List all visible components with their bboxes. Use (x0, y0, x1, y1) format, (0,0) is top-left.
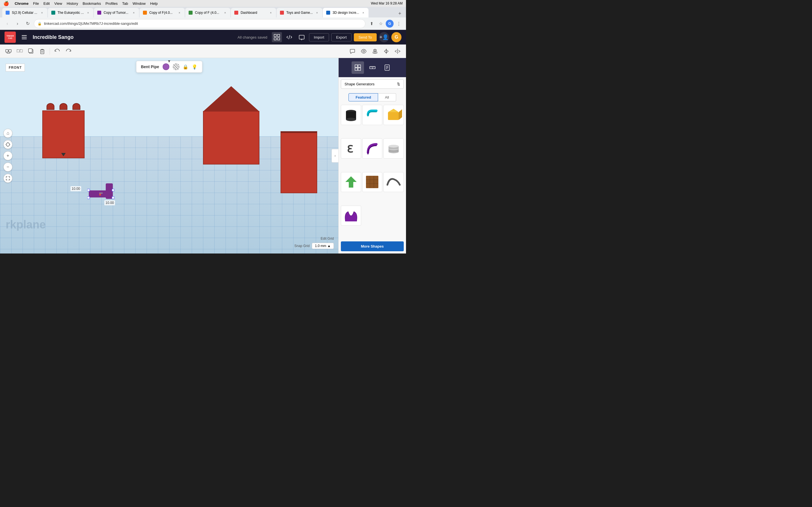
lego-stud-1 (47, 103, 54, 110)
group-button[interactable] (3, 46, 13, 56)
comment-button[interactable] (347, 46, 357, 56)
tab-title-toys: Toys and Game... (286, 11, 313, 15)
zoom-out-button[interactable]: − (3, 163, 12, 172)
menubar-history[interactable]: History (66, 1, 78, 6)
3d-viewport[interactable]: FRONT rkplane (0, 58, 338, 253)
shape-horns[interactable] (341, 206, 361, 226)
lock-icon[interactable]: 🔒 (183, 64, 188, 69)
red-box-right[interactable] (281, 131, 317, 193)
sendto-button[interactable]: Send To (354, 33, 377, 41)
delete-button[interactable] (37, 46, 47, 56)
tab-close-dash[interactable]: × (269, 11, 273, 15)
visibility-button[interactable] (359, 46, 369, 56)
shape-bent-pipe[interactable] (362, 105, 383, 125)
menubar-profiles[interactable]: Profiles (105, 1, 117, 6)
add-user-button[interactable]: +👤 (379, 32, 389, 42)
menubar-file[interactable]: File (33, 1, 39, 6)
ungroup-button[interactable] (15, 46, 25, 56)
align-button[interactable] (370, 46, 380, 56)
more-shapes-button[interactable]: More Shapes (341, 241, 404, 251)
tab-featured[interactable]: Featured (349, 93, 378, 101)
tab-tumor[interactable]: Copy of Tumor... × (94, 8, 139, 17)
tab-eukaryotic[interactable]: The Eukaryotic ... × (48, 8, 93, 17)
undo-button[interactable] (52, 46, 62, 56)
tab-s29[interactable]: S(2.9) Cellular ... × (2, 8, 47, 17)
svg-marker-55 (388, 109, 399, 112)
bookmark-button[interactable]: ☆ (377, 20, 385, 27)
duplicate-button[interactable] (26, 46, 36, 56)
edit-grid-button[interactable]: Edit Grid (320, 237, 334, 240)
snap-value-selector[interactable]: 1.0 mm ▲ (312, 243, 334, 249)
panel-expand-button[interactable]: › (332, 149, 338, 163)
back-button[interactable]: ‹ (3, 20, 11, 27)
tab-f40b[interactable]: Copy of F (4.0... × (185, 8, 231, 17)
reload-button[interactable]: ↻ (24, 20, 32, 27)
shape-hole-swatch[interactable] (172, 63, 179, 70)
rp-icon-grid[interactable] (352, 61, 364, 74)
tab-close-tumor[interactable]: × (132, 11, 136, 15)
menu-button[interactable]: ⋮ (395, 20, 403, 27)
svg-rect-3 (277, 38, 280, 40)
code-editor-button[interactable] (284, 32, 294, 42)
tinkercad-logo[interactable]: TINKERCAD (4, 32, 16, 43)
shape-curved-pipe[interactable] (362, 138, 383, 159)
zoom-in-button[interactable]: + (3, 151, 12, 160)
rotate-view-button[interactable] (3, 140, 12, 149)
menubar-edit[interactable]: Edit (43, 1, 50, 6)
shape-cylinder[interactable] (341, 105, 361, 125)
rp-icon-ruler[interactable] (366, 61, 378, 74)
menu-toggle-button[interactable] (20, 33, 28, 41)
right-panel: Shape Generators ⇅ Featured All (338, 58, 406, 253)
tab-f40a[interactable]: Copy of F(4.0... × (140, 8, 185, 17)
tab-close-euk[interactable]: × (86, 11, 90, 15)
tab-close-f40b[interactable]: × (223, 11, 227, 15)
house-shape[interactable] (203, 86, 259, 165)
tab-close-toys[interactable]: × (315, 11, 319, 15)
fit-all-button[interactable] (3, 174, 12, 183)
menubar-app-name[interactable]: Chrome (15, 1, 29, 6)
tab-close-s29[interactable]: × (40, 11, 44, 15)
menubar-window[interactable]: Window (133, 1, 146, 6)
menubar-tab[interactable]: Tab (122, 1, 128, 6)
address-bar[interactable]: 🔒 tinkercad.com/things/2jUMe7MRb7J-incre… (34, 19, 365, 28)
shape-arrow[interactable] (341, 172, 361, 192)
rp-icon-notes[interactable] (381, 61, 393, 74)
shape-text-e[interactable]: Ɛ (341, 138, 361, 159)
menubar-bookmarks[interactable]: Bookmarks (83, 1, 101, 6)
forward-button[interactable]: › (13, 20, 21, 27)
new-tab-button[interactable]: + (396, 10, 404, 17)
tab-close-3d[interactable]: × (361, 11, 365, 15)
purple-pipe-object[interactable]: 10.00 10.00 (87, 182, 121, 206)
export-button[interactable]: Export (331, 33, 352, 41)
menubar-help[interactable]: Help (150, 1, 158, 6)
grid-view-button[interactable] (272, 32, 282, 42)
bulb-icon[interactable]: 💡 (192, 64, 197, 69)
tab-close-f40a[interactable]: × (177, 11, 181, 15)
share-button[interactable]: ⬆ (368, 20, 375, 27)
shape-waffle[interactable] (362, 172, 383, 192)
redo-button[interactable] (63, 46, 73, 56)
tab-bar: S(2.9) Cellular ... × The Eukaryotic ...… (0, 7, 406, 17)
svg-rect-14 (20, 50, 22, 52)
home-view-button[interactable]: ⌂ (3, 129, 12, 138)
mirror-button[interactable] (381, 46, 391, 56)
shape-box-rounded[interactable] (384, 105, 404, 125)
svg-rect-27 (106, 183, 113, 199)
tab-toys[interactable]: Toys and Game... × (276, 8, 322, 17)
profile-button[interactable]: G (386, 20, 394, 27)
shape-coins[interactable] (384, 138, 404, 159)
tab-dashboard[interactable]: Dashboard × (231, 8, 276, 17)
snap-arrow: ▲ (327, 244, 331, 248)
apple-menu[interactable]: 🍎 (3, 1, 9, 6)
user-avatar[interactable]: G (391, 32, 402, 42)
tab-all[interactable]: All (378, 93, 396, 101)
shape-generators-dropdown[interactable]: Shape Generators ⇅ (341, 79, 404, 89)
import-button[interactable]: Import (309, 33, 329, 41)
lego-block-left[interactable] (42, 103, 85, 158)
shape-arc[interactable] (384, 172, 404, 192)
tab-3ddesign[interactable]: 3D design Incre... × (323, 8, 368, 17)
sim-button[interactable] (297, 32, 307, 42)
menubar-view[interactable]: View (54, 1, 62, 6)
shape-color-swatch[interactable] (162, 63, 169, 70)
flip-button[interactable] (393, 46, 403, 56)
